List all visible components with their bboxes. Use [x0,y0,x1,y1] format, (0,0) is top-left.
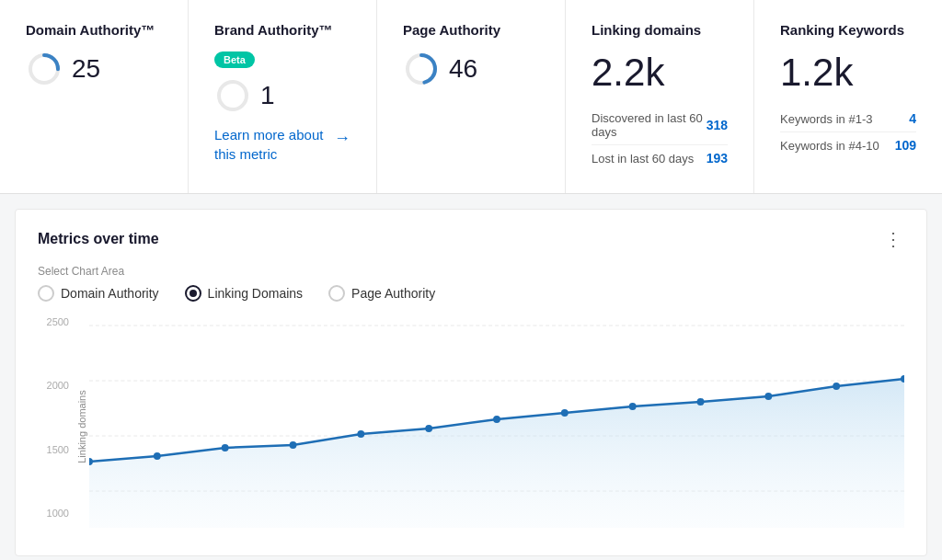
top-cards-container: Domain Authority™ 25 Brand Authority™ Be… [0,0,942,194]
radio-label-da: Domain Authority [61,286,159,301]
chart-area-fill [89,379,904,528]
chart-title: Metrics over time [38,231,159,247]
chart-point-11 [833,383,840,390]
radio-domain-authority[interactable]: Domain Authority [38,285,159,302]
brand-authority-value: 1 [260,81,275,110]
radio-linking-domains[interactable]: Linking Domains [185,285,304,302]
domain-authority-title: Domain Authority™ [26,22,162,38]
chart-point-1 [154,452,161,460]
radio-page-authority[interactable]: Page Authority [328,285,435,302]
linking-row-1: Discovered in last 60 days 318 [592,106,728,145]
brand-authority-title: Brand Authority™ [214,22,350,38]
page-authority-value-row: 46 [403,51,539,87]
learn-more-link[interactable]: Learn more about this metric → [214,125,350,164]
ranking-keywords-table: Keywords in #1-3 4 Keywords in #4-10 109 [780,106,916,158]
linking-domains-table: Discovered in last 60 days 318 Lost in l… [592,106,728,171]
ranking-label-1: Keywords in #1-3 [780,112,872,126]
y-axis-label: Linking domains [76,390,87,463]
chart-controls: Select Chart Area Domain Authority Linki… [38,265,904,302]
linking-value-2: 193 [706,151,728,166]
y-axis: 2500 2000 1500 1000 [38,316,75,537]
ranking-row-2: Keywords in #4-10 109 [780,132,916,158]
chart-svg-container [89,316,904,537]
ranking-keywords-title: Ranking Keywords [780,22,916,38]
chart-with-axis: 2500 2000 1500 1000 Linking domains [38,316,904,537]
ranking-row-1: Keywords in #1-3 4 [780,106,916,132]
page-authority-title: Page Authority [403,22,539,38]
y-tick-2000: 2000 [38,380,75,391]
ranking-label-2: Keywords in #4-10 [780,139,879,153]
linking-domains-title: Linking domains [592,22,728,38]
page-authority-card: Page Authority 46 [377,0,566,193]
brand-authority-donut [214,77,251,114]
radio-label-pa: Page Authority [351,286,435,301]
linking-domains-value: 2.2k [592,51,728,95]
page-authority-value: 46 [449,54,477,84]
chart-point-2 [222,444,229,451]
chart-point-9 [697,398,705,406]
chart-point-8 [629,403,637,410]
radio-group: Domain Authority Linking Domains Page Au… [38,285,904,302]
radio-circle-pa [328,285,345,302]
chart-point-4 [357,430,364,438]
ranking-keywords-value: 1.2k [780,51,916,95]
domain-authority-value: 25 [72,54,100,84]
radio-circle-ld [185,285,201,302]
chart-point-7 [561,409,569,417]
line-chart [89,316,904,537]
chart-header: Metrics over time ⋮ [38,228,904,250]
page-authority-donut [403,51,440,87]
chart-point-6 [493,416,500,423]
y-label-container: Linking domains [75,316,89,537]
ranking-keywords-card: Ranking Keywords 1.2k Keywords in #1-3 4… [754,0,942,193]
beta-badge: Beta [214,51,255,68]
y-tick-1500: 1500 [38,444,75,455]
chart-menu-icon[interactable]: ⋮ [884,228,904,250]
radio-circle-da [38,285,54,302]
arrow-icon: → [334,127,350,150]
y-tick-2500: 2500 [38,316,75,327]
linking-label-1: Discovered in last 60 days [592,111,706,139]
linking-label-2: Lost in last 60 days [592,152,694,166]
chart-point-10 [764,393,772,400]
domain-authority-donut [26,51,63,87]
chart-section: Metrics over time ⋮ Select Chart Area Do… [15,209,927,556]
linking-row-2: Lost in last 60 days 193 [592,145,728,171]
brand-authority-card: Brand Authority™ Beta 1 Learn more about… [189,0,377,193]
radio-label-ld: Linking Domains [208,286,304,301]
domain-authority-value-row: 25 [26,51,162,87]
ranking-value-1: 4 [909,111,916,126]
select-chart-label: Select Chart Area [38,265,904,278]
svg-point-2 [219,82,247,109]
domain-authority-card: Domain Authority™ 25 [0,0,189,193]
y-tick-1000: 1000 [38,508,75,519]
ranking-value-2: 109 [895,138,916,153]
chart-point-3 [290,441,297,449]
linking-value-1: 318 [706,118,728,132]
learn-more-text: Learn more about this metric [214,125,327,164]
brand-authority-value-row: 1 [214,77,350,114]
chart-point-5 [425,425,432,432]
linking-domains-card: Linking domains 2.2k Discovered in last … [566,0,754,193]
